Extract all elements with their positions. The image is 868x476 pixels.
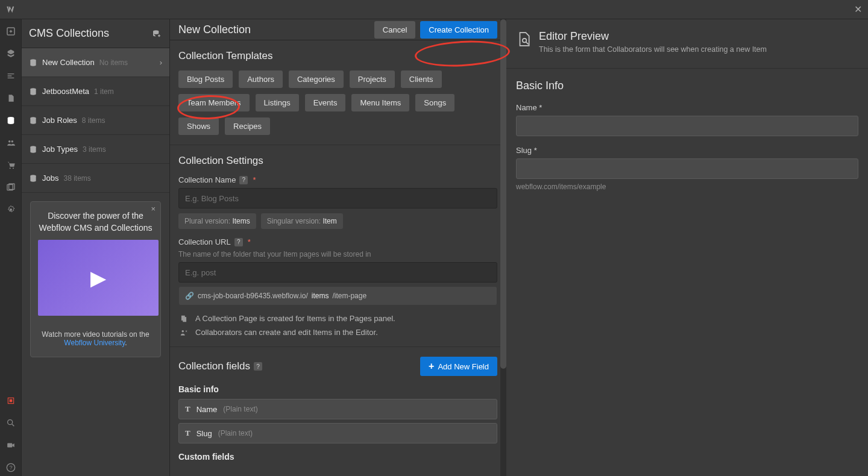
plural-version-box[interactable]: Plural version: Items <box>178 213 256 229</box>
add-new-field-button[interactable]: + Add New Field <box>420 357 497 376</box>
users-icon[interactable] <box>2 134 19 151</box>
collection-item[interactable]: Jobs 38 items <box>22 164 169 193</box>
slug-help-text: webflow.com/items/example <box>516 183 858 191</box>
field-row-name[interactable]: T Name (Plain text) <box>178 399 497 419</box>
collection-list: New Collection No items › JetboostMeta 1… <box>22 48 169 193</box>
settings-title: Collection Settings <box>178 155 497 167</box>
template-chip-projects[interactable]: Projects <box>350 70 395 88</box>
info-row-pages: A Collection Page is created for Items i… <box>178 314 497 323</box>
basic-info-heading: Basic info <box>178 384 497 394</box>
collection-item[interactable]: Job Types 3 items <box>22 135 169 164</box>
help-icon[interactable]: ? <box>254 362 262 371</box>
video-icon[interactable] <box>2 437 19 454</box>
sidebar-title: CMS Collections <box>29 27 109 40</box>
template-chip-songs[interactable]: Songs <box>415 94 454 111</box>
database-icon <box>29 116 37 125</box>
play-icon: ▶ <box>90 266 106 290</box>
center-header: New Collection Cancel Create Collection <box>170 19 506 40</box>
url-pre: cms-job-board-b96435.webflow.io/ <box>198 292 308 300</box>
collection-name: Job Types <box>42 145 78 154</box>
center-pane: New Collection Cancel Create Collection … <box>170 19 506 476</box>
preview-slug-input[interactable] <box>516 158 858 179</box>
template-chip-blog-posts[interactable]: Blog Posts <box>178 70 233 88</box>
sidebar-header: CMS Collections <box>22 19 169 48</box>
collection-name-input[interactable] <box>178 188 497 208</box>
help-icon[interactable]: ? <box>2 459 19 476</box>
svg-point-5 <box>13 168 14 169</box>
promo-caption: Watch more video tutorials on the Webflo… <box>38 330 153 347</box>
add-element-icon[interactable] <box>2 23 19 40</box>
plural-value: Items <box>232 217 250 225</box>
template-chip-authors[interactable]: Authors <box>239 70 283 88</box>
collection-item[interactable]: Job Roles 8 items <box>22 106 169 135</box>
field-row-slug[interactable]: T Slug (Plain text) <box>178 423 497 443</box>
plus-icon: + <box>429 361 434 372</box>
search-icon[interactable] <box>2 415 19 431</box>
promo-caption-tail: . <box>125 339 127 347</box>
collection-name-label: Collection Name <box>178 175 236 184</box>
pages-icon[interactable] <box>2 90 19 107</box>
promo-caption-text: Watch more video tutorials on the <box>42 330 149 339</box>
database-icon <box>29 145 37 154</box>
collection-name: New Collection <box>42 58 95 67</box>
collection-name: JetboostMeta <box>42 87 89 96</box>
webflow-logo-icon[interactable] <box>0 0 22 19</box>
topbar: ✕ <box>0 0 868 19</box>
name-field-label: Name * <box>516 103 858 112</box>
template-chip-categories[interactable]: Categories <box>289 70 344 88</box>
templates-title: Collection Templates <box>178 50 497 62</box>
create-collection-button[interactable]: Create Collection <box>420 21 497 39</box>
svg-point-11 <box>7 420 12 425</box>
svg-rect-22 <box>183 317 186 322</box>
help-icon[interactable]: ? <box>234 238 243 246</box>
template-chip-recipes[interactable]: Recipes <box>225 117 270 135</box>
settings-icon[interactable] <box>2 201 19 218</box>
cancel-button[interactable]: Cancel <box>374 21 415 39</box>
svg-point-23 <box>182 330 184 332</box>
svg-point-8 <box>10 208 12 211</box>
svg-point-4 <box>9 168 10 169</box>
collection-item-new[interactable]: New Collection No items › <box>22 48 169 77</box>
svg-point-3 <box>11 140 13 143</box>
text-type-icon: T <box>185 428 190 438</box>
collection-url-input[interactable] <box>178 262 497 283</box>
custom-fields-heading: Custom fields <box>178 452 497 462</box>
audit-icon[interactable] <box>2 392 19 409</box>
field-name: Slug <box>197 429 212 438</box>
assets-icon[interactable] <box>2 179 19 196</box>
right-header: Editor Preview This is the form that Col… <box>506 19 868 56</box>
template-chip-menu-items[interactable]: Menu Items <box>351 94 409 111</box>
collaborators-icon <box>178 328 189 337</box>
template-chip-listings[interactable]: Listings <box>256 94 299 111</box>
database-icon <box>29 87 37 96</box>
panels-icon[interactable] <box>2 67 19 84</box>
template-chip-events[interactable]: Events <box>305 94 346 111</box>
collection-count: No items <box>99 58 128 67</box>
help-icon[interactable]: ? <box>239 176 248 184</box>
collection-url-label: Collection URL <box>178 237 231 246</box>
ecommerce-icon[interactable] <box>2 157 19 174</box>
singular-version-box[interactable]: Singular version: Item <box>261 213 343 229</box>
template-chip-shows[interactable]: Shows <box>178 117 219 135</box>
collection-count: 1 item <box>94 87 114 96</box>
close-icon[interactable]: ✕ <box>854 4 862 15</box>
required-marker: * <box>253 175 256 184</box>
template-chip-team-members[interactable]: Team Members <box>178 94 250 111</box>
promo-video-thumb[interactable]: ▶ <box>38 240 159 316</box>
field-name: Name <box>197 405 218 414</box>
promo-close-icon[interactable]: × <box>151 204 156 213</box>
plural-key: Plural version: <box>184 217 230 225</box>
link-icon: 🔗 <box>185 292 194 300</box>
collection-item[interactable]: JetboostMeta 1 item <box>22 77 169 106</box>
navigator-icon[interactable] <box>2 45 19 62</box>
collection-name: Job Roles <box>42 116 77 125</box>
page-title: New Collection <box>178 23 251 36</box>
template-chip-clients[interactable]: Clients <box>401 70 442 88</box>
cms-icon[interactable] <box>2 112 19 129</box>
add-collection-icon[interactable] <box>151 29 162 39</box>
field-type-hint: (Plain text) <box>223 405 257 413</box>
preview-name-input[interactable] <box>516 116 858 136</box>
scrollbar-thumb[interactable] <box>500 19 506 369</box>
singular-value: Item <box>322 217 336 225</box>
webflow-university-link[interactable]: Webflow University <box>64 339 125 347</box>
